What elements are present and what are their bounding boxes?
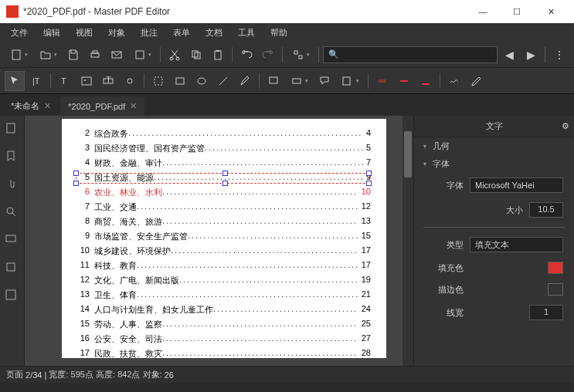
menu-help[interactable]: 帮助 bbox=[263, 25, 295, 41]
panel-settings-icon[interactable]: ⚙ bbox=[562, 121, 569, 131]
svg-rect-26 bbox=[379, 79, 386, 83]
undo-button[interactable] bbox=[236, 45, 256, 65]
svg-rect-29 bbox=[7, 123, 15, 133]
new-button[interactable] bbox=[5, 45, 32, 65]
search-prev-button[interactable]: ◀ bbox=[499, 45, 519, 65]
toolbar-tools: |T T T bbox=[0, 68, 574, 94]
svg-rect-4 bbox=[136, 51, 144, 59]
email-button[interactable] bbox=[107, 45, 127, 65]
comments-icon[interactable] bbox=[5, 233, 20, 248]
scan-button[interactable] bbox=[128, 45, 156, 65]
strikeout-tool[interactable] bbox=[394, 71, 414, 91]
toc-line: 10城乡建设、环境保护.............................… bbox=[77, 245, 371, 257]
stroke-color-swatch[interactable] bbox=[548, 283, 563, 296]
form-text-tool[interactable]: T bbox=[98, 71, 118, 91]
menu-file[interactable]: 文件 bbox=[3, 25, 36, 41]
status-width-label: 宽度: bbox=[49, 369, 68, 380]
close-button[interactable]: ✕ bbox=[534, 0, 568, 23]
section-font[interactable]: 字体 bbox=[414, 155, 574, 173]
menu-edit[interactable]: 编辑 bbox=[36, 25, 68, 41]
layers-icon[interactable] bbox=[5, 261, 20, 276]
note-tool[interactable] bbox=[263, 71, 284, 91]
redo-button[interactable] bbox=[258, 45, 278, 65]
scrollbar-vertical[interactable] bbox=[402, 116, 413, 366]
paste-button[interactable] bbox=[208, 45, 228, 65]
menu-view[interactable]: 视图 bbox=[68, 25, 100, 41]
status-page-label: 页面 bbox=[6, 369, 23, 380]
rect-tool[interactable] bbox=[170, 71, 190, 91]
svg-rect-12 bbox=[299, 56, 302, 59]
zoom-button[interactable] bbox=[287, 45, 314, 65]
tab-close-icon[interactable]: ✕ bbox=[44, 101, 51, 111]
menu-forms[interactable]: 表单 bbox=[165, 25, 198, 41]
tab-untitled[interactable]: *未命名 ✕ bbox=[3, 96, 59, 116]
highlight-text-tool[interactable] bbox=[372, 71, 392, 91]
sign-tool[interactable] bbox=[444, 71, 464, 91]
tab-label: *未命名 bbox=[11, 100, 39, 112]
thumbnails-icon[interactable] bbox=[5, 122, 20, 137]
search-panel-icon[interactable] bbox=[5, 205, 20, 221]
stamp-tool[interactable] bbox=[285, 71, 313, 91]
window-title: *2020_PDF.pdf - Master PDF Editor bbox=[23, 6, 466, 17]
tab-document[interactable]: *2020_PDF.pdf ✕ bbox=[60, 96, 144, 116]
cut-button[interactable] bbox=[165, 45, 185, 65]
select-tool[interactable] bbox=[5, 71, 25, 91]
font-select[interactable]: Microsoft YaHei bbox=[470, 177, 563, 193]
search-input[interactable]: 🔍 bbox=[323, 46, 498, 63]
line-tool[interactable] bbox=[213, 71, 233, 91]
underline-tool[interactable] bbox=[416, 71, 436, 91]
menu-tools[interactable]: 工具 bbox=[230, 25, 263, 41]
pdf-page: 2综合政务...................................… bbox=[62, 119, 386, 358]
minimize-button[interactable]: — bbox=[466, 0, 500, 23]
svg-point-21 bbox=[198, 78, 205, 84]
toc-line: 2综合政务...................................… bbox=[77, 128, 371, 140]
settings-button[interactable]: ⋮ bbox=[549, 45, 569, 65]
toc-line: 12文化、广电、新闻出版............................… bbox=[77, 275, 371, 286]
section-geometry[interactable]: 几何 bbox=[414, 137, 574, 155]
toc-line: 3国民经济管理、国有资产监管..........................… bbox=[77, 143, 371, 154]
search-next-button[interactable]: ▶ bbox=[521, 45, 541, 65]
edit-text-tool[interactable]: T bbox=[55, 71, 75, 91]
toc-line: 16公安、安全、司法..............................… bbox=[77, 333, 371, 345]
image-tool[interactable] bbox=[76, 71, 97, 91]
text-tool[interactable]: |T bbox=[26, 71, 46, 91]
document-view[interactable]: 2综合政务...................................… bbox=[25, 116, 413, 366]
toolbar-main: 🔍 ◀ ▶ ⋮ bbox=[0, 42, 574, 68]
toc-line: 6农业、林业、水利...............................… bbox=[77, 187, 371, 198]
copy-button[interactable] bbox=[186, 45, 206, 65]
toc-line: 14人口与计划生育、妇女儿童工作........................… bbox=[77, 304, 371, 316]
menu-annotate[interactable]: 批注 bbox=[133, 25, 165, 41]
svg-rect-23 bbox=[270, 77, 277, 83]
size-input[interactable]: 10.5 bbox=[529, 202, 563, 218]
maximize-button[interactable]: ☐ bbox=[500, 0, 534, 23]
tab-close-icon[interactable]: ✕ bbox=[130, 101, 137, 111]
fill-color-swatch[interactable] bbox=[548, 262, 563, 274]
selection-box[interactable] bbox=[76, 173, 369, 184]
svg-rect-10 bbox=[216, 50, 219, 52]
attachments-icon[interactable] bbox=[5, 177, 20, 193]
link-tool[interactable] bbox=[120, 71, 140, 91]
svg-rect-19 bbox=[155, 77, 162, 85]
linewidth-input[interactable]: 1 bbox=[529, 305, 563, 320]
menu-document[interactable]: 文档 bbox=[198, 25, 230, 41]
attach-tool[interactable] bbox=[336, 71, 364, 91]
svg-text:T: T bbox=[61, 76, 66, 86]
toc-line: 11科技、教育.................................… bbox=[77, 260, 371, 272]
type-select[interactable]: 填充文本 bbox=[470, 237, 563, 252]
menu-object[interactable]: 对象 bbox=[100, 25, 133, 41]
menubar: 文件 编辑 视图 对象 批注 表单 文档 工具 帮助 bbox=[0, 23, 574, 42]
signatures-icon[interactable] bbox=[5, 289, 20, 304]
save-button[interactable] bbox=[63, 45, 83, 65]
search-icon: 🔍 bbox=[328, 49, 339, 59]
callout-tool[interactable] bbox=[314, 71, 335, 91]
bookmarks-icon[interactable] bbox=[5, 150, 20, 165]
svg-rect-1 bbox=[91, 53, 99, 57]
pencil-tool[interactable] bbox=[235, 71, 255, 91]
print-button[interactable] bbox=[85, 45, 105, 65]
fill-label: 填充色 bbox=[425, 262, 464, 274]
initials-tool[interactable] bbox=[466, 71, 486, 91]
svg-rect-0 bbox=[12, 50, 20, 59]
open-button[interactable] bbox=[34, 45, 62, 65]
ellipse-tool[interactable] bbox=[192, 71, 212, 91]
highlight-tool[interactable] bbox=[148, 71, 168, 91]
